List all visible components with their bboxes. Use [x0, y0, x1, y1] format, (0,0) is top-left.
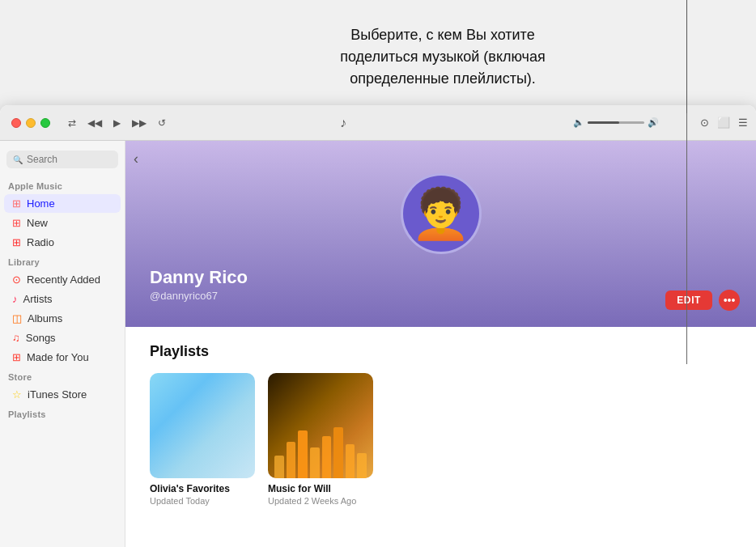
sidebar-item-recently-added[interactable]: ⊙ Recently Added [4, 270, 121, 289]
volume-control[interactable]: 🔈 🔊 [573, 117, 659, 128]
store-section-label: Store [0, 367, 125, 384]
bar [287, 442, 296, 479]
profile-handle: @dannyrico67 [150, 290, 732, 302]
queue-icon[interactable]: ☰ [738, 117, 748, 129]
list-item[interactable]: Olivia's Favorites Updated Today [150, 373, 255, 506]
close-button[interactable] [11, 118, 21, 128]
sidebar-item-artists-label: Artists [23, 293, 53, 305]
volume-fill [588, 121, 619, 124]
sidebar-item-itunes-store-label: iTunes Store [28, 388, 87, 401]
next-button[interactable]: ▶▶ [130, 116, 148, 130]
annotation-overlay: Выберите, с кем Вы хотите поделиться муз… [130, 0, 756, 113]
back-button[interactable]: ‹ [134, 151, 138, 167]
content-area: 🔍 Apple Music ⊞ Home ⊞ New ⊞ Radio Libra… [0, 141, 756, 547]
profile-header: 🧑‍🦱 Danny Rico @dannyrico67 EDIT ••• [125, 141, 756, 327]
titlebar: ⇄ ◀◀ ▶ ▶▶ ↺ ♪ 🔈 🔊 ⊙ ⬜ ☰ [0, 105, 756, 141]
maximize-button[interactable] [40, 118, 50, 128]
bar [310, 447, 320, 479]
repeat-button[interactable]: ↺ [156, 116, 168, 130]
sidebar-item-new[interactable]: ⊞ New [4, 214, 121, 232]
playlist-art-music-for-will [268, 373, 373, 478]
home-icon: ⊞ [12, 197, 21, 210]
more-button[interactable]: ••• [719, 290, 740, 311]
sidebar-item-new-label: New [27, 217, 48, 229]
apple-music-section-label: Apple Music [0, 176, 125, 193]
playlists-section-label: Playlists [0, 405, 125, 422]
library-section-label: Library [0, 252, 125, 269]
shuffle-button[interactable]: ⇄ [66, 116, 78, 130]
sidebar-item-radio[interactable]: ⊞ Radio [4, 233, 121, 252]
playlist-art-olivias-favorites [150, 373, 255, 478]
profile-actions: EDIT ••• [665, 290, 740, 311]
bar [322, 436, 332, 479]
bar [274, 456, 284, 478]
playlist-name: Olivia's Favorites [150, 483, 255, 494]
sidebar-item-radio-label: Radio [27, 236, 54, 248]
music-for-will-art [268, 373, 373, 478]
sidebar-item-albums[interactable]: ◫ Albums [4, 309, 121, 328]
playlist-updated: Updated Today [150, 496, 255, 506]
itunes-store-icon: ☆ [12, 388, 22, 401]
albums-icon: ◫ [12, 312, 22, 324]
sidebar-item-home-label: Home [27, 197, 55, 210]
profile-info: Danny Rico @dannyrico67 [150, 267, 732, 302]
sidebar: 🔍 Apple Music ⊞ Home ⊞ New ⊞ Radio Libra… [0, 141, 125, 547]
radio-icon: ⊞ [12, 236, 21, 248]
volume-bar[interactable] [588, 121, 644, 124]
list-item[interactable]: Music for Will Updated 2 Weeks Ago [268, 373, 373, 506]
traffic-lights [0, 118, 50, 128]
bar [298, 430, 308, 479]
center-controls: ♪ [340, 116, 416, 130]
sidebar-item-songs[interactable]: ♫ Songs [4, 329, 121, 347]
new-icon: ⊞ [12, 217, 21, 229]
right-controls: ⊙ ⬜ ☰ [700, 117, 748, 129]
made-for-you-icon: ⊞ [12, 351, 21, 363]
avatar: 🧑‍🦱 [401, 173, 482, 254]
bar [346, 444, 355, 478]
sidebar-item-home[interactable]: ⊞ Home [4, 194, 121, 213]
minimize-button[interactable] [26, 118, 36, 128]
sidebar-item-made-for-you-label: Made for You [27, 351, 89, 363]
songs-icon: ♫ [12, 332, 20, 344]
playback-controls: ⇄ ◀◀ ▶ ▶▶ ↺ [50, 116, 168, 130]
playlists-grid: Olivia's Favorites Updated Today [150, 373, 732, 506]
volume-icon: 🔈 [573, 117, 584, 128]
annotation-text: Выберите, с кем Вы хотите поделиться муз… [340, 24, 546, 90]
edit-button[interactable]: EDIT [665, 290, 712, 310]
recently-added-icon: ⊙ [12, 274, 21, 286]
sidebar-item-songs-label: Songs [26, 332, 56, 344]
playlists-title: Playlists [150, 343, 732, 360]
airplay-icon[interactable]: ⊙ [700, 117, 709, 129]
equalizer-bars [268, 373, 373, 478]
sidebar-item-made-for-you[interactable]: ⊞ Made for You [4, 348, 121, 367]
sidebar-item-artists[interactable]: ♪ Artists [4, 290, 121, 308]
playlist-updated: Updated 2 Weeks Ago [268, 496, 373, 506]
previous-button[interactable]: ◀◀ [86, 116, 104, 130]
bar [357, 453, 367, 479]
main-panel: ‹ 🧑‍🦱 Danny Rico @dannyrico67 EDIT ••• P… [125, 141, 756, 547]
sidebar-item-recently-added-label: Recently Added [27, 274, 100, 286]
search-input[interactable] [27, 154, 112, 165]
profile-name: Danny Rico [150, 267, 732, 288]
sidebar-item-albums-label: Albums [28, 312, 62, 324]
app-window: ⇄ ◀◀ ▶ ▶▶ ↺ ♪ 🔈 🔊 ⊙ ⬜ ☰ 🔍 [0, 105, 756, 547]
annotation-line [686, 0, 687, 113]
play-button[interactable]: ▶ [112, 116, 122, 130]
lyrics-icon[interactable]: ⬜ [717, 117, 730, 129]
olivias-favorites-art [150, 373, 255, 478]
bar [333, 427, 343, 478]
volume-high-icon: 🔊 [648, 117, 659, 128]
artists-icon: ♪ [12, 293, 18, 305]
playlists-section: Playlists Olivia's Favorites Updated Tod… [125, 327, 756, 522]
music-note-icon: ♪ [340, 116, 346, 130]
playlist-name: Music for Will [268, 483, 373, 494]
search-icon: 🔍 [13, 155, 23, 164]
search-box[interactable]: 🔍 [6, 151, 118, 168]
sidebar-item-itunes-store[interactable]: ☆ iTunes Store [4, 385, 121, 404]
